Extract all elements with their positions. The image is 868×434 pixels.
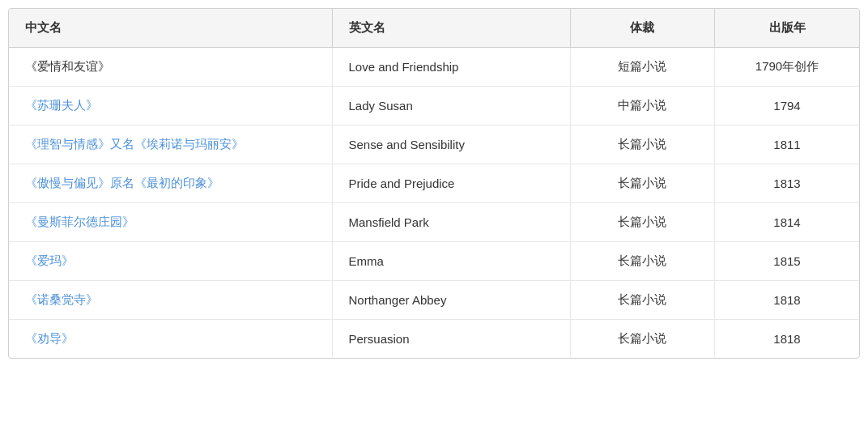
chinese-name-link[interactable]: 《爱玛》 bbox=[25, 253, 74, 267]
cell-chinese: 《爱情和友谊》 bbox=[9, 48, 332, 87]
chinese-name-link[interactable]: 《曼斯菲尔德庄园》 bbox=[25, 215, 134, 228]
chinese-name-link[interactable]: 《劝导》 bbox=[25, 331, 74, 345]
cell-english: Love and Friendship bbox=[332, 48, 570, 87]
cell-chinese[interactable]: 《理智与情感》又名《埃莉诺与玛丽安》 bbox=[9, 126, 332, 164]
chinese-name-link[interactable]: 《苏珊夫人》 bbox=[25, 98, 98, 112]
table-header-row: 中文名 英文名 体裁 出版年 bbox=[9, 9, 859, 48]
books-table: 中文名 英文名 体裁 出版年 《爱情和友谊》Love and Friendshi… bbox=[9, 9, 859, 358]
cell-year: 1818 bbox=[715, 320, 860, 359]
header-type: 体裁 bbox=[570, 9, 715, 48]
cell-type: 长篇小说 bbox=[570, 164, 715, 203]
cell-chinese[interactable]: 《诺桑觉寺》 bbox=[9, 281, 332, 320]
cell-english: Pride and Prejudice bbox=[332, 164, 570, 203]
cell-year: 1813 bbox=[715, 164, 860, 203]
cell-type: 短篇小说 bbox=[570, 48, 715, 87]
cell-type: 长篇小说 bbox=[570, 242, 715, 281]
cell-english: Mansfield Park bbox=[332, 203, 570, 242]
cell-year: 1814 bbox=[715, 203, 860, 242]
cell-type: 长篇小说 bbox=[570, 203, 715, 242]
cell-chinese[interactable]: 《苏珊夫人》 bbox=[9, 87, 332, 126]
cell-english: Northanger Abbey bbox=[332, 281, 570, 320]
table-row: 《劝导》Persuasion长篇小说1818 bbox=[9, 320, 859, 359]
header-year: 出版年 bbox=[715, 9, 860, 48]
table-row: 《苏珊夫人》Lady Susan中篇小说1794 bbox=[9, 87, 859, 126]
header-english: 英文名 bbox=[332, 9, 570, 48]
cell-year: 1790年创作 bbox=[715, 48, 860, 87]
table-row: 《傲慢与偏见》原名《最初的印象》Pride and Prejudice长篇小说1… bbox=[9, 164, 859, 203]
chinese-name-link[interactable]: 《傲慢与偏见》原名《最初的印象》 bbox=[25, 176, 219, 189]
cell-chinese[interactable]: 《曼斯菲尔德庄园》 bbox=[9, 203, 332, 242]
cell-chinese[interactable]: 《傲慢与偏见》原名《最初的印象》 bbox=[9, 164, 332, 203]
chinese-name-link[interactable]: 《理智与情感》又名《埃莉诺与玛丽安》 bbox=[25, 137, 244, 151]
cell-english: Persuasion bbox=[332, 320, 570, 359]
cell-year: 1818 bbox=[715, 281, 860, 320]
cell-type: 中篇小说 bbox=[570, 87, 715, 126]
table-row: 《诺桑觉寺》Northanger Abbey长篇小说1818 bbox=[9, 281, 859, 320]
table-row: 《爱情和友谊》Love and Friendship短篇小说1790年创作 bbox=[9, 48, 859, 87]
cell-english: Emma bbox=[332, 242, 570, 281]
header-chinese: 中文名 bbox=[9, 9, 332, 48]
cell-type: 长篇小说 bbox=[570, 320, 715, 359]
cell-type: 长篇小说 bbox=[570, 126, 715, 164]
cell-year: 1811 bbox=[715, 126, 860, 164]
cell-year: 1794 bbox=[715, 87, 860, 126]
cell-type: 长篇小说 bbox=[570, 281, 715, 320]
table-row: 《爱玛》Emma长篇小说1815 bbox=[9, 242, 859, 281]
chinese-name-link[interactable]: 《诺桑觉寺》 bbox=[25, 292, 98, 306]
cell-chinese[interactable]: 《爱玛》 bbox=[9, 242, 332, 281]
table-row: 《理智与情感》又名《埃莉诺与玛丽安》Sense and Sensibility长… bbox=[9, 126, 859, 164]
cell-english: Sense and Sensibility bbox=[332, 126, 570, 164]
cell-year: 1815 bbox=[715, 242, 860, 281]
main-table-wrapper: 中文名 英文名 体裁 出版年 《爱情和友谊》Love and Friendshi… bbox=[8, 8, 860, 359]
cell-english: Lady Susan bbox=[332, 87, 570, 126]
cell-chinese[interactable]: 《劝导》 bbox=[9, 320, 332, 359]
table-row: 《曼斯菲尔德庄园》Mansfield Park长篇小说1814 bbox=[9, 203, 859, 242]
